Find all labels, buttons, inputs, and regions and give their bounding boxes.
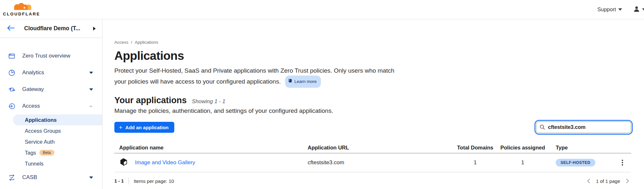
sidebar-subitem-label: Tags [25, 150, 36, 156]
application-name-cell: Image and Video Gallery [114, 158, 308, 168]
chevron-down-icon [89, 72, 93, 74]
account-name[interactable]: Cloudflare Demo (T... [24, 25, 80, 32]
add-application-button[interactable]: + Add an application [114, 122, 174, 133]
top-bar: CLOUDFLARE Support [0, 0, 644, 19]
item-range: 1 - 1 [114, 178, 124, 184]
sidebar: Cloudflare Demo (T... Zero Trust overvie… [0, 19, 102, 189]
chevron-down-icon [618, 8, 622, 11]
body: Cloudflare Demo (T... Zero Trust overvie… [0, 19, 644, 189]
page-description-text: Protect your Self-Hosted, SaaS and Priva… [114, 67, 394, 85]
sidebar-item-label: Analytics [22, 69, 44, 76]
column-policies-assigned: Policies assigned [498, 145, 548, 151]
learn-more-label: Learn more [294, 77, 317, 86]
user-menu[interactable] [633, 5, 644, 14]
toolbar: + Add an application [114, 122, 631, 133]
pagination: 1 of 1 page [586, 178, 630, 184]
sidebar-item-tags[interactable]: Tags Beta [0, 147, 102, 158]
total-domains-cell: 1 [453, 159, 498, 166]
chevron-up-icon [89, 105, 92, 107]
applications-table: Application name Application URL Total D… [114, 142, 631, 184]
page-description: Protect your Self-Hosted, SaaS and Priva… [114, 66, 398, 88]
items-per-page[interactable]: Items per page: 10 [134, 178, 174, 184]
table-footer: 1 - 1 Items per page: 10 1 of 1 page [114, 177, 631, 184]
book-icon [288, 77, 293, 86]
search-input[interactable] [536, 122, 631, 133]
casb-icon [8, 174, 15, 181]
cloudflare-wordmark: CLOUDFLARE [3, 12, 40, 16]
section-header: Your applications Showing 1 - 1 [114, 95, 631, 105]
add-application-label: Add an application [125, 125, 168, 130]
row-actions-kebab-icon[interactable] [620, 158, 624, 167]
sidebar-item-label: Zero Trust overview [22, 53, 70, 59]
application-url-cell: cftestsite3.com [308, 159, 453, 166]
plus-icon: + [119, 124, 122, 130]
sidebar-item-access-groups[interactable]: Access Groups [0, 125, 102, 136]
topbar-right: Support [597, 5, 644, 14]
back-arrow-icon[interactable] [7, 25, 14, 32]
column-application-url: Application URL [308, 145, 453, 151]
breadcrumb: Access / Applications [114, 40, 631, 45]
sidebar-item-gateway[interactable]: Gateway [0, 81, 102, 98]
beta-badge: Beta [39, 150, 54, 156]
sidebar-item-label: Access [22, 103, 40, 109]
access-subnav: Applications Access Groups Service Auth … [0, 114, 102, 169]
type-cell: SELF-HOSTED [548, 159, 614, 167]
breadcrumb-separator: / [131, 40, 132, 45]
table-row: Image and Video Gallery cftestsite3.com … [114, 153, 631, 172]
sidebar-item-label: Gateway [22, 86, 44, 93]
user-avatar-icon [633, 5, 640, 14]
learn-more-button[interactable]: Learn more [285, 76, 321, 88]
main-content: Access / Applications Applications Prote… [102, 19, 644, 189]
sidebar-item-label: CASB [22, 174, 37, 181]
breadcrumb-applications: Applications [135, 40, 158, 45]
column-type: Type [548, 145, 614, 151]
gateway-icon [8, 86, 15, 93]
column-application-name: Application name [114, 145, 308, 151]
breadcrumb-access[interactable]: Access [114, 40, 129, 45]
chevron-right-icon[interactable] [625, 178, 630, 184]
expand-panel-icon[interactable] [93, 27, 96, 31]
self-hosted-badge: SELF-HOSTED [556, 159, 595, 167]
sidebar-subitem-label: Applications [25, 117, 57, 123]
search-box [536, 122, 631, 133]
application-link[interactable]: Image and Video Gallery [135, 159, 195, 166]
pie-chart-icon [8, 69, 15, 76]
chevron-left-icon[interactable] [586, 178, 591, 184]
column-total-domains: Total Domains [453, 145, 498, 151]
footer-divider [129, 177, 129, 184]
sidebar-item-service-auth[interactable]: Service Auth [0, 136, 102, 147]
sidebar-subitem-label: Access Groups [25, 128, 61, 134]
sidebar-item-tunnels[interactable]: Tunnels [0, 158, 102, 169]
section-title: Your applications [114, 95, 187, 105]
access-icon [8, 103, 15, 110]
sidebar-item-access[interactable]: Access [0, 98, 102, 114]
window-icon [8, 53, 15, 59]
support-label: Support [597, 6, 616, 13]
sidebar-account-header: Cloudflare Demo (T... [0, 19, 102, 38]
support-menu[interactable]: Support [597, 6, 622, 13]
section-description: Manage the policies, authentication, and… [114, 107, 631, 114]
page: CLOUDFLARE Support [0, 0, 644, 189]
table-footer-left: 1 - 1 Items per page: 10 [114, 177, 174, 184]
page-title: Applications [114, 49, 631, 63]
sidebar-item-applications[interactable]: Applications [13, 114, 102, 125]
chevron-down-icon [89, 88, 93, 91]
cube-icon [119, 158, 128, 168]
page-indicator: 1 of 1 page [596, 178, 620, 184]
sidebar-subitem-label: Service Auth [25, 139, 55, 145]
sidebar-item-zero-trust-overview[interactable]: Zero Trust overview [0, 48, 102, 64]
sidebar-subitem-label: Tunnels [25, 161, 43, 167]
sidebar-nav: Zero Trust overview Analytics [0, 38, 102, 186]
chevron-down-icon [89, 176, 93, 179]
sidebar-item-analytics[interactable]: Analytics [0, 64, 102, 81]
cloudflare-cloud-icon [10, 3, 33, 11]
chevron-down-icon [642, 8, 644, 11]
showing-count: Showing 1 - 1 [192, 98, 226, 105]
sidebar-item-casb[interactable]: CASB [0, 169, 102, 186]
table-header-row: Application name Application URL Total D… [114, 142, 631, 153]
policies-assigned-cell: 1 [498, 159, 548, 166]
cloudflare-logo[interactable]: CLOUDFLARE [5, 3, 38, 16]
